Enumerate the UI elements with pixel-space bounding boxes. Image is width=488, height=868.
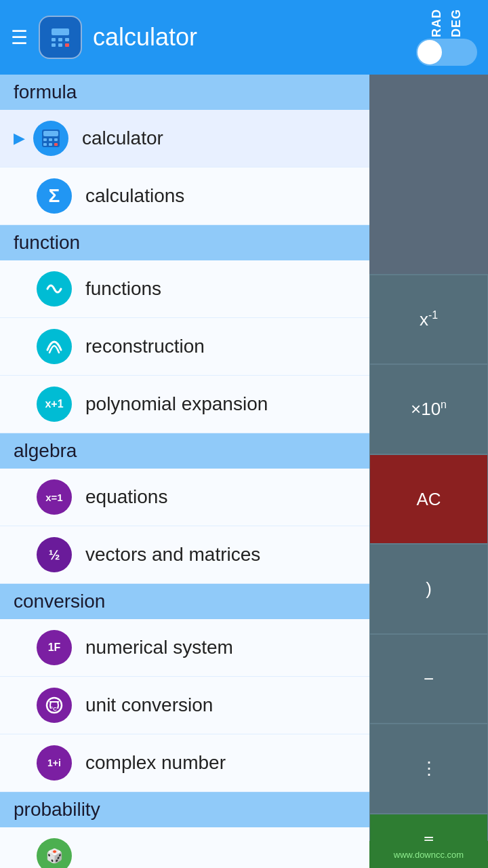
- menu-item-label-calculations: calculations: [85, 185, 184, 207]
- svg-rect-13: [43, 143, 47, 146]
- menu-item-label-polynomial-expansion: polynomial expansion: [85, 393, 268, 415]
- watermark: www.downcc.com: [369, 841, 488, 868]
- left-panel: formula ▶ calculator Σ: [0, 75, 369, 868]
- ac-button[interactable]: AC: [369, 454, 488, 544]
- deg-label: DEG: [449, 9, 464, 37]
- svg-rect-14: [49, 143, 52, 146]
- rad-deg-toggle-container: RAD DEG: [416, 9, 477, 66]
- section-header-conversion: conversion: [0, 584, 369, 619]
- rad-deg-switch[interactable]: [416, 39, 477, 66]
- svg-rect-7: [65, 43, 69, 47]
- svg-rect-9: [43, 131, 58, 136]
- polynomial-expansion-menu-icon: x+1: [37, 387, 72, 422]
- calc-display-area: [369, 75, 488, 275]
- toggle-knob: [418, 40, 442, 64]
- menu-item-probability-item[interactable]: 🎲: [0, 827, 369, 868]
- app-header: ☰ calculator RAD DEG: [0, 0, 488, 75]
- svg-rect-10: [43, 138, 47, 141]
- menu-item-calculations[interactable]: Σ calculations: [0, 167, 369, 225]
- menu-item-label-unit-conversion: unit conversion: [85, 694, 213, 716]
- menu-item-label-functions: functions: [85, 278, 161, 300]
- menu-item-equations[interactable]: x=1 equations: [0, 469, 369, 526]
- svg-rect-12: [54, 138, 58, 141]
- times-ten-n-button[interactable]: ×10n: [369, 364, 488, 454]
- reconstruction-menu-icon: [37, 329, 72, 364]
- close-paren-button[interactable]: ): [369, 544, 488, 633]
- svg-rect-4: [65, 38, 69, 41]
- section-header-algebra: algebra: [0, 433, 369, 469]
- minus-label: −: [424, 669, 434, 690]
- svg-rect-5: [52, 43, 56, 47]
- menu-item-complex-number[interactable]: 1+i complex number: [0, 734, 369, 792]
- menu-item-vectors-and-matrices[interactable]: ½ vectors and matrices: [0, 526, 369, 584]
- menu-item-label-reconstruction: reconstruction: [85, 336, 205, 357]
- menu-item-label-numerical-system: numerical system: [85, 637, 233, 658]
- ac-label: AC: [416, 489, 441, 510]
- rad-label: RAD: [430, 9, 444, 37]
- functions-menu-icon: [37, 271, 72, 307]
- menu-item-label-complex-number: complex number: [85, 752, 226, 774]
- section-header-function: function: [0, 225, 369, 260]
- menu-item-unit-conversion[interactable]: °C unit conversion: [0, 677, 369, 734]
- main-container: formula ▶ calculator Σ: [0, 75, 488, 868]
- calculator-menu-icon: [33, 121, 68, 156]
- vectors-matrices-menu-icon: ½: [37, 537, 72, 572]
- svg-rect-2: [52, 38, 56, 41]
- complex-number-menu-icon: 1+i: [37, 745, 72, 781]
- minus-button[interactable]: −: [369, 634, 488, 724]
- svg-rect-11: [49, 138, 52, 141]
- calculations-menu-icon: Σ: [37, 178, 72, 214]
- header-title: calculator: [93, 23, 197, 52]
- x-inverse-button[interactable]: x-1: [369, 275, 488, 364]
- menu-item-label-calculator: calculator: [82, 127, 163, 149]
- menu-item-label-equations: equations: [85, 486, 167, 508]
- svg-rect-15: [54, 143, 58, 146]
- svg-rect-1: [52, 28, 69, 35]
- svg-rect-6: [58, 43, 62, 47]
- more-options-button[interactable]: ⋮: [369, 724, 488, 813]
- active-arrow-icon: ▶: [14, 130, 25, 147]
- svg-rect-3: [58, 38, 62, 41]
- menu-item-polynomial-expansion[interactable]: x+1 polynomial expansion: [0, 376, 369, 433]
- more-options-label: ⋮: [420, 758, 438, 779]
- menu-item-numerical-system[interactable]: 1F numerical system: [0, 619, 369, 677]
- unit-conversion-menu-icon: °C: [37, 688, 72, 723]
- svg-text:°C: °C: [51, 706, 57, 712]
- menu-item-functions[interactable]: functions: [0, 260, 369, 318]
- hamburger-icon[interactable]: ☰: [11, 26, 28, 49]
- probability-item-icon: 🎲: [37, 838, 72, 868]
- menu-item-reconstruction[interactable]: reconstruction: [0, 318, 369, 376]
- calculator-icon-svg: [47, 24, 74, 51]
- numerical-system-menu-icon: 1F: [37, 630, 72, 665]
- section-header-probability: probability: [0, 792, 369, 827]
- right-panel: x-1 ×10n AC ) − ⋮ ≡ www.downcc.com: [369, 75, 488, 868]
- menu-item-label-vectors-and-matrices: vectors and matrices: [85, 544, 260, 566]
- equations-menu-icon: x=1: [37, 479, 72, 515]
- app-icon: [39, 16, 82, 59]
- menu-item-calculator[interactable]: ▶ calculator: [0, 110, 369, 167]
- close-paren-label: ): [426, 578, 432, 599]
- section-header-formula: formula: [0, 75, 369, 110]
